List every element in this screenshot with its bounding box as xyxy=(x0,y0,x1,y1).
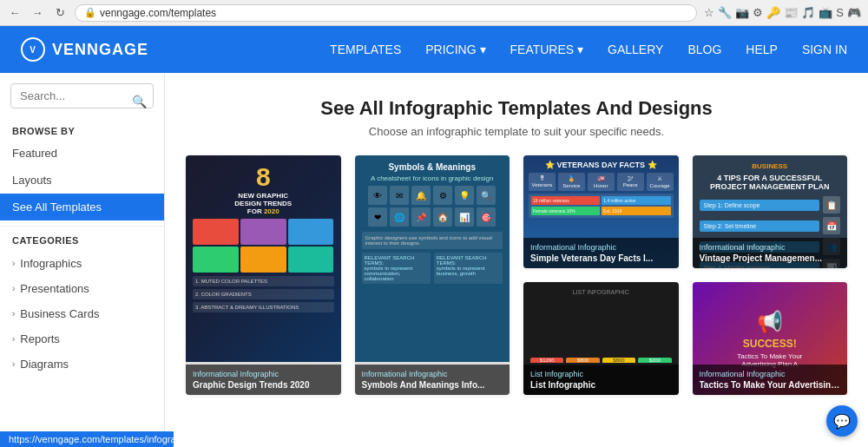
template-type-3: Informational Infographic xyxy=(530,243,672,252)
template-name-4: Vintage Project Managemen... xyxy=(700,253,841,263)
template-card-2[interactable]: Symbols & Meanings A cheatsheet for icon… xyxy=(355,155,510,395)
ext-icon2[interactable]: 📷 xyxy=(735,6,749,19)
logo[interactable]: V VENNGAGE xyxy=(21,37,148,62)
template-footer-6: Informational Infographic Tactics To Mak… xyxy=(693,365,848,395)
template-type-4: Informational Infographic xyxy=(700,243,841,252)
column-3: ⭐ VETERANS DAY FACTS ⭐ 🎖Veterans 🏅Servic… xyxy=(523,155,679,395)
chevron-icon: › xyxy=(12,309,15,319)
template-card-1[interactable]: 8 NEW GRAPHICDESIGN TRENDSFOR 2020 xyxy=(186,155,341,395)
template-name-6: Tactics To Make Your Advertising Plan A … xyxy=(700,380,841,390)
sidebar-item-diagrams[interactable]: › Diagrams xyxy=(0,352,164,377)
template-type-2: Informational Infographic xyxy=(362,370,503,378)
ext-icon6[interactable]: 🎵 xyxy=(801,6,815,19)
logo-icon: V xyxy=(21,37,45,62)
page-wrapper: V VENNGAGE TEMPLATES PRICING ▾ FEATURES … xyxy=(0,26,868,447)
template-type-6: Informational Infographic xyxy=(700,370,841,378)
chat-widget-button[interactable]: 💬 xyxy=(826,405,858,437)
categories-title: CATEGORIES xyxy=(0,226,164,251)
template-name-3: Simple Veterans Day Facts I... xyxy=(530,253,672,263)
sidebar-item-business-cards[interactable]: › Business Cards xyxy=(0,301,164,326)
template-type-5: List Infographic xyxy=(530,370,672,378)
category-label-infographics: Infographics xyxy=(20,257,82,270)
templates-grid: 8 NEW GRAPHICDESIGN TRENDSFOR 2020 xyxy=(186,155,847,395)
template-name-2: Symbols And Meanings Info... xyxy=(362,380,503,390)
back-button[interactable]: ← xyxy=(7,5,23,21)
template-footer-4: Informational Infographic Vintage Projec… xyxy=(693,238,848,268)
template-footer-3: Informational Infographic Simple Veteran… xyxy=(523,238,679,268)
ext-icon8[interactable]: S xyxy=(836,6,844,19)
sidebar-item-presentations[interactable]: › Presentations xyxy=(0,276,164,301)
page-subtitle: Choose an infographic template to suit y… xyxy=(186,125,847,138)
category-label-presentations: Presentations xyxy=(20,282,89,295)
nav-features[interactable]: FEATURES ▾ xyxy=(510,43,584,56)
template-name-1: Graphic Design Trends 2020 xyxy=(193,380,334,390)
category-label-business-cards: Business Cards xyxy=(20,307,99,320)
template-name-5: List Infographic xyxy=(530,380,672,390)
lock-icon: 🔒 xyxy=(84,7,96,18)
sidebar-item-featured[interactable]: Featured xyxy=(0,140,164,167)
chevron-icon: › xyxy=(12,284,15,293)
nav-links: TEMPLATES PRICING ▾ FEATURES ▾ GALLERY B… xyxy=(330,43,847,56)
template-thumb-1: 8 NEW GRAPHICDESIGN TRENDSFOR 2020 xyxy=(186,155,341,362)
column-4: BUSINESS BUSINESS 4 TIPS FOR A SUCCESSFU… xyxy=(693,155,848,395)
category-label-diagrams: Diagrams xyxy=(20,358,69,371)
template-card-3[interactable]: ⭐ VETERANS DAY FACTS ⭐ 🎖Veterans 🏅Servic… xyxy=(523,155,679,268)
template-footer-2: Informational Infographic Symbols And Me… xyxy=(355,365,510,395)
chevron-icon: › xyxy=(12,334,15,344)
ext-icon4[interactable]: 🔑 xyxy=(766,6,780,19)
chevron-icon: › xyxy=(12,259,15,268)
content-area: 🔍 BROWSE BY Featured Layouts See All Tem… xyxy=(0,73,868,447)
search-icon[interactable]: 🔍 xyxy=(132,95,147,108)
nav-blog[interactable]: BLOG xyxy=(687,43,721,56)
sidebar-item-infographics[interactable]: › Infographics xyxy=(0,251,164,276)
reload-button[interactable]: ↻ xyxy=(52,5,68,21)
ext-icon5[interactable]: 📰 xyxy=(784,6,798,19)
chevron-icon: › xyxy=(12,359,15,369)
ext-icon7[interactable]: 📺 xyxy=(819,6,832,19)
nav-help[interactable]: HELP xyxy=(746,43,778,56)
category-label-reports: Reports xyxy=(20,332,60,345)
top-navigation: V VENNGAGE TEMPLATES PRICING ▾ FEATURES … xyxy=(0,26,868,73)
sidebar: 🔍 BROWSE BY Featured Layouts See All Tem… xyxy=(0,73,165,447)
nav-pricing[interactable]: PRICING ▾ xyxy=(425,43,485,56)
main-content: See All Infographic Templates And Design… xyxy=(165,73,868,447)
template-card-6[interactable]: PREMIUM 📢 SUCCESS! Tactics To Make YourA… xyxy=(693,282,848,395)
url-text: venngage.com/templates xyxy=(100,7,216,19)
template-thumb-2: Symbols & Meanings A cheatsheet for icon… xyxy=(355,155,510,362)
sidebar-item-layouts[interactable]: Layouts xyxy=(0,167,164,194)
sidebar-item-see-all[interactable]: See All Templates xyxy=(0,194,164,220)
browse-by-title: BROWSE BY xyxy=(0,119,164,140)
page-title: See All Infographic Templates And Design… xyxy=(186,97,847,120)
nav-templates[interactable]: TEMPLATES xyxy=(330,43,401,56)
ext-icon9[interactable]: 🎮 xyxy=(847,6,861,19)
template-footer-1: Informational Infographic Graphic Design… xyxy=(186,365,341,395)
browser-toolbar: ☆ 🔧 📷 ⚙ 🔑 📰 🎵 📺 S 🎮 xyxy=(704,6,861,19)
forward-button[interactable]: → xyxy=(30,5,45,21)
star-icon[interactable]: ☆ xyxy=(704,6,714,19)
template-card-4[interactable]: BUSINESS BUSINESS 4 TIPS FOR A SUCCESSFU… xyxy=(693,155,848,268)
template-type-1: Informational Infographic xyxy=(193,370,334,378)
ext-icon1[interactable]: 🔧 xyxy=(718,6,732,19)
sidebar-item-reports[interactable]: › Reports xyxy=(0,326,164,352)
browser-chrome: ← → ↻ 🔒 venngage.com/templates ☆ 🔧 📷 ⚙ 🔑… xyxy=(0,0,868,26)
address-bar[interactable]: 🔒 venngage.com/templates xyxy=(75,4,697,22)
template-footer-5: List Infographic List Infographic xyxy=(523,365,679,395)
template-card-5[interactable]: BUSINESS LIST INFOGRAPHIC $1200 $800 xyxy=(523,282,679,395)
ext-icon3[interactable]: ⚙ xyxy=(753,6,763,19)
nav-signin[interactable]: SIGN IN xyxy=(802,43,847,56)
search-container: 🔍 xyxy=(0,83,164,119)
logo-text: VENNGAGE xyxy=(52,41,148,59)
nav-gallery[interactable]: GALLERY xyxy=(608,43,663,56)
status-bar: https://venngage.com/templates/infograph… xyxy=(0,431,174,447)
